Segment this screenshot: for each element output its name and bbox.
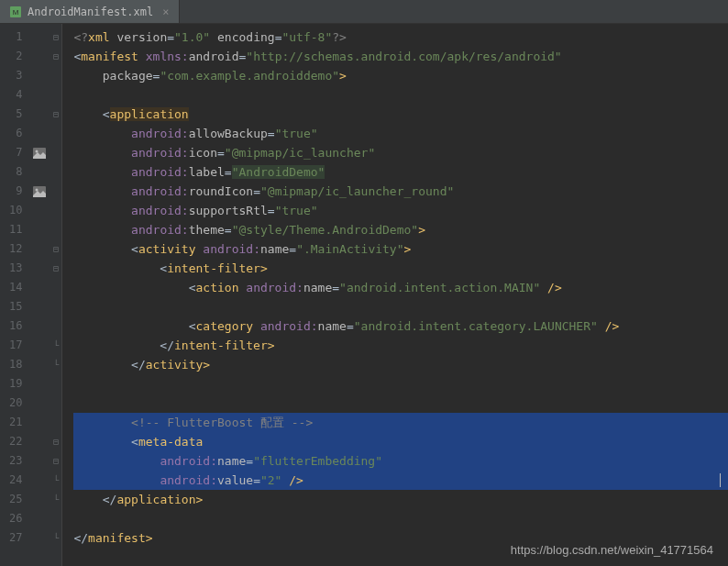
code-line[interactable]: <?xml version="1.0" encoding="utf-8"?> [73, 28, 728, 47]
line-number: 9 [9, 182, 22, 201]
fold-toggle-icon[interactable]: ⊟ [50, 239, 61, 259]
line-number: 19 [9, 374, 22, 394]
line-number: 1 [9, 28, 22, 47]
line-number: 20 [9, 394, 22, 413]
code-line[interactable]: <!-- FlutterBoost 配置 --> [73, 413, 728, 432]
code-line[interactable]: <category android:name="android.intent.c… [73, 316, 728, 336]
code-line[interactable]: android:value="2" /> [73, 471, 728, 490]
code-line[interactable]: android:allowBackup="true" [73, 124, 728, 143]
line-number: 10 [9, 201, 22, 220]
code-line[interactable]: <activity android:name=".MainActivity"> [73, 239, 728, 259]
line-number: 2 [9, 47, 22, 66]
fold-end-icon: └ [50, 336, 61, 355]
code-line[interactable]: </intent-filter> [73, 336, 728, 355]
fold-toggle-icon[interactable]: ⊟ [50, 47, 61, 66]
code-line[interactable]: <application [73, 105, 728, 124]
fold-end-icon: └ [50, 528, 61, 548]
fold-end-icon: └ [50, 355, 61, 374]
line-number: 7 [9, 143, 22, 162]
line-number: 22 [9, 432, 22, 451]
watermark: https://blog.csdn.net/weixin_41771564 [511, 543, 713, 557]
code-line[interactable] [73, 85, 728, 105]
line-number: 26 [9, 509, 22, 528]
fold-toggle-icon[interactable]: ⊟ [50, 105, 61, 124]
code-line[interactable] [73, 509, 728, 528]
line-number: 24 [9, 471, 22, 490]
tab-android-manifest[interactable]: M AndroidManifest.xml × [0, 0, 180, 23]
line-number: 12 [9, 239, 22, 259]
code-line[interactable]: android:icon="@mipmap/ic_launcher" [73, 143, 728, 162]
code-line[interactable]: </activity> [73, 355, 728, 374]
line-number: 23 [9, 451, 22, 471]
line-number: 6 [9, 124, 22, 143]
line-number: 25 [9, 490, 22, 509]
fold-end-icon: └ [50, 490, 61, 509]
code-line[interactable]: android:supportsRtl="true" [73, 201, 728, 220]
line-number: 8 [9, 162, 22, 182]
line-number: 5 [9, 105, 22, 124]
code-line[interactable]: </application> [73, 490, 728, 509]
code-line[interactable] [73, 297, 728, 316]
code-line[interactable]: android:name="flutterEmbedding" [73, 451, 728, 471]
fold-toggle-icon[interactable]: ⊟ [50, 259, 61, 278]
fold-column: ⊟⊟⊟⊟⊟└└⊟⊟└└└ [50, 24, 62, 566]
line-number-gutter: 1234567891011121314151617181920212223242… [0, 24, 29, 566]
image-gutter-icon [29, 182, 50, 201]
line-number: 16 [9, 316, 22, 336]
code-line[interactable] [73, 374, 728, 394]
close-icon[interactable]: × [162, 6, 169, 18]
code-line[interactable]: android:roundIcon="@mipmap/ic_launcher_r… [73, 182, 728, 201]
line-number: 17 [9, 336, 22, 355]
line-number: 27 [9, 528, 22, 548]
code-editor[interactable]: 1234567891011121314151617181920212223242… [0, 24, 728, 566]
code-line[interactable]: <manifest xmlns:android="http://schemas.… [73, 47, 728, 66]
fold-end-icon: └ [50, 471, 61, 490]
fold-toggle-icon[interactable]: ⊟ [50, 432, 61, 451]
fold-toggle-icon[interactable]: ⊟ [50, 28, 61, 47]
line-number: 3 [9, 66, 22, 85]
svg-text:M: M [13, 8, 19, 17]
fold-toggle-icon[interactable]: ⊟ [50, 451, 61, 471]
line-number: 21 [9, 413, 22, 432]
code-line[interactable]: android:label="AndroidDemo" [73, 162, 728, 182]
line-number: 4 [9, 85, 22, 105]
tab-bar: M AndroidManifest.xml × [0, 0, 728, 24]
line-number: 15 [9, 297, 22, 316]
gutter-icons [29, 24, 50, 566]
code-area[interactable]: <?xml version="1.0" encoding="utf-8"?><m… [62, 24, 728, 566]
code-line[interactable]: <meta-data [73, 432, 728, 451]
line-number: 11 [9, 220, 22, 239]
code-line[interactable]: package="com.example.androiddemo"> [73, 66, 728, 85]
image-gutter-icon [29, 143, 50, 162]
code-line[interactable]: android:theme="@style/Theme.AndroidDemo"… [73, 220, 728, 239]
manifest-file-icon: M [9, 6, 22, 18]
tab-label: AndroidManifest.xml [28, 6, 153, 18]
line-number: 13 [9, 259, 22, 278]
line-number: 14 [9, 278, 22, 297]
code-line[interactable]: <intent-filter> [73, 259, 728, 278]
code-line[interactable] [73, 394, 728, 413]
line-number: 18 [9, 355, 22, 374]
code-line[interactable]: <action android:name="android.intent.act… [73, 278, 728, 297]
